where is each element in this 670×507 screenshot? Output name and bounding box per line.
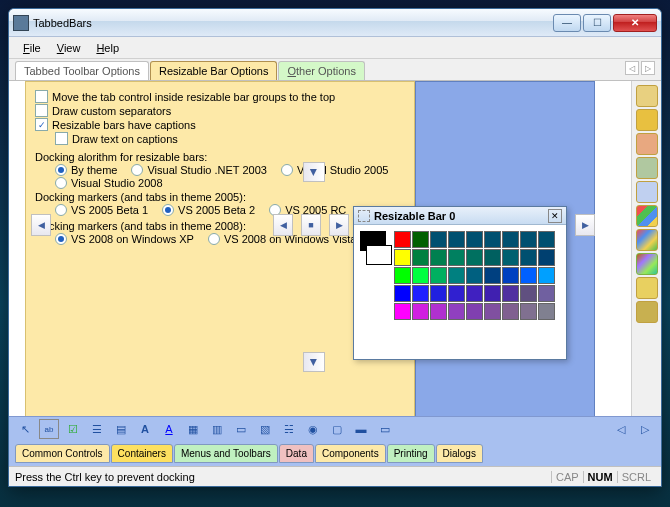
menu-help[interactable]: Help <box>90 40 125 56</box>
titlebar[interactable]: TabbedBars — ☐ ✕ <box>9 9 661 37</box>
color-swatch[interactable] <box>430 285 447 302</box>
category-tab[interactable]: Containers <box>111 444 173 463</box>
color-swatch[interactable] <box>412 249 429 266</box>
radio-tool[interactable]: ◉ <box>303 419 323 439</box>
color-swatch[interactable] <box>394 249 411 266</box>
color-swatch[interactable] <box>412 267 429 284</box>
color-swatch[interactable] <box>466 303 483 320</box>
radio-vs2005[interactable] <box>281 164 293 176</box>
visual-studio-icon[interactable] <box>636 229 658 251</box>
color-swatch[interactable] <box>466 285 483 302</box>
color-swatch[interactable] <box>448 231 465 248</box>
color-swatch[interactable] <box>520 231 537 248</box>
color-swatch[interactable] <box>484 231 501 248</box>
progress-tool[interactable]: ▬ <box>351 419 371 439</box>
color-swatch[interactable] <box>538 303 555 320</box>
color-swatch[interactable] <box>412 303 429 320</box>
radio-xp[interactable] <box>55 233 67 245</box>
color-swatch[interactable] <box>538 231 555 248</box>
color-swatch[interactable] <box>484 303 501 320</box>
dock-marker-center-right[interactable]: ▶ <box>329 214 349 236</box>
color-swatch[interactable] <box>520 249 537 266</box>
color-swatch[interactable] <box>502 249 519 266</box>
toolbox-scroll-left[interactable]: ◁ <box>611 419 631 439</box>
color-swatch[interactable] <box>538 285 555 302</box>
category-tab[interactable]: Dialogs <box>436 444 483 463</box>
color-swatch[interactable] <box>502 303 519 320</box>
list-tool[interactable]: ☰ <box>87 419 107 439</box>
dock-marker-left[interactable]: ◀ <box>31 214 51 236</box>
color-swatch[interactable] <box>448 249 465 266</box>
radio-vista[interactable] <box>208 233 220 245</box>
color-swatch[interactable] <box>466 231 483 248</box>
color-swatch[interactable] <box>430 231 447 248</box>
check-drawtext[interactable] <box>55 132 68 145</box>
tab-resizable-bar[interactable]: Resizable Bar Options <box>150 61 277 80</box>
theme-3-icon[interactable] <box>636 133 658 155</box>
theme-10-icon[interactable] <box>636 301 658 323</box>
color-swatch[interactable] <box>484 285 501 302</box>
color-swatch[interactable] <box>520 303 537 320</box>
color-swatch[interactable] <box>448 303 465 320</box>
color-palette-window[interactable]: Resizable Bar 0 ✕ <box>353 206 567 360</box>
theme-4-icon[interactable] <box>636 157 658 179</box>
color-swatch[interactable] <box>538 249 555 266</box>
linklabel-tool[interactable]: A <box>159 419 179 439</box>
color-swatch[interactable] <box>502 267 519 284</box>
tab-scroll-left[interactable]: ◁ <box>625 61 639 75</box>
color-swatch[interactable] <box>430 249 447 266</box>
label-tool[interactable]: A <box>135 419 155 439</box>
category-tab[interactable]: Common Controls <box>15 444 110 463</box>
checkbox-tool[interactable]: ☑ <box>63 419 83 439</box>
category-tab[interactable]: Components <box>315 444 386 463</box>
dock-marker-center[interactable]: ■ <box>301 214 321 236</box>
swatch-bg[interactable] <box>366 245 392 265</box>
radio-beta1[interactable] <box>55 204 67 216</box>
textbox3-tool[interactable]: ▭ <box>375 419 395 439</box>
color-swatch[interactable] <box>538 267 555 284</box>
check-separators[interactable] <box>35 104 48 117</box>
menu-view[interactable]: View <box>51 40 87 56</box>
category-tab[interactable]: Printing <box>387 444 435 463</box>
category-tab[interactable]: Data <box>279 444 314 463</box>
menu-file[interactable]: File <box>17 40 47 56</box>
color-swatch[interactable] <box>394 303 411 320</box>
color-swatch[interactable] <box>394 231 411 248</box>
color-swatch[interactable] <box>502 285 519 302</box>
color-swatch[interactable] <box>394 267 411 284</box>
color-swatch[interactable] <box>430 303 447 320</box>
maximize-button[interactable]: ☐ <box>583 14 611 32</box>
list2-tool[interactable]: ▤ <box>111 419 131 439</box>
theme-5-icon[interactable] <box>636 181 658 203</box>
color-swatch[interactable] <box>412 285 429 302</box>
check-captions[interactable]: ✓ <box>35 118 48 131</box>
pointer-tool[interactable]: ↖ <box>15 419 35 439</box>
textbox2-tool[interactable]: ▭ <box>231 419 251 439</box>
listbox-tool[interactable]: ▦ <box>183 419 203 439</box>
color-swatch[interactable] <box>502 231 519 248</box>
tab-other-options[interactable]: Other Options <box>278 61 364 80</box>
theme-2-icon[interactable] <box>636 109 658 131</box>
radio-vs2003[interactable] <box>131 164 143 176</box>
color-swatch[interactable] <box>484 267 501 284</box>
color-swatch[interactable] <box>466 249 483 266</box>
color-swatch[interactable] <box>394 285 411 302</box>
minimize-button[interactable]: — <box>553 14 581 32</box>
radio-beta2[interactable] <box>162 204 174 216</box>
date-tool[interactable]: ☵ <box>279 419 299 439</box>
theme-1-icon[interactable] <box>636 85 658 107</box>
visual-studio-icon-2[interactable] <box>636 253 658 275</box>
color-swatch[interactable] <box>430 267 447 284</box>
listview-tool[interactable]: ▥ <box>207 419 227 439</box>
check-move-tab[interactable] <box>35 90 48 103</box>
toolbox-scroll-right[interactable]: ▷ <box>635 419 655 439</box>
dock-marker-top[interactable]: ▶ <box>303 162 325 182</box>
dock-marker-right[interactable]: ▶ <box>575 214 595 236</box>
tab-toolbar-options[interactable]: Tabbed Toolbar Options <box>15 61 149 80</box>
tab-scroll-right[interactable]: ▷ <box>641 61 655 75</box>
category-tab[interactable]: Menus and Toolbars <box>174 444 278 463</box>
color-swatch[interactable] <box>484 249 501 266</box>
close-button[interactable]: ✕ <box>613 14 657 32</box>
color-swatch[interactable] <box>520 267 537 284</box>
theme-9-icon[interactable] <box>636 277 658 299</box>
